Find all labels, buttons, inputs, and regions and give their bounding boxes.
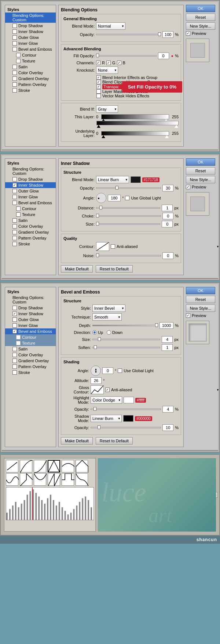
be-shadow-opacity-slider[interactable] xyxy=(91,425,161,430)
channel-r-cb[interactable] xyxy=(96,61,100,65)
sidebar3-item-1[interactable]: Drop Shadow xyxy=(5,305,56,311)
sidebar2-item-0[interactable]: Blending Options: Custom xyxy=(5,166,56,176)
panel2-new-style-button[interactable]: New Style... xyxy=(186,176,215,183)
sidebar1-cb-5[interactable] xyxy=(12,47,17,51)
be-soften-input[interactable] xyxy=(162,344,173,351)
be-technique-select[interactable]: Smooth ▼ xyxy=(92,313,122,321)
sidebar3-item-5[interactable]: Bevel and Emboss xyxy=(5,328,56,334)
sidebar3-item-4[interactable]: Inner Glow xyxy=(5,323,56,328)
sidebar3-item-11[interactable]: Pattern Overlay xyxy=(5,364,56,370)
adv-opt-1-cb[interactable] xyxy=(96,80,101,84)
be-altitude-input[interactable] xyxy=(91,377,102,384)
sidebar2-item-1[interactable]: Drop Shadow xyxy=(5,176,56,182)
is-size-input[interactable] xyxy=(162,221,173,227)
sidebar1-item-7[interactable]: Texture xyxy=(5,58,56,64)
sidebar2-item-10[interactable]: Gradient Overlay xyxy=(5,229,56,235)
is-size-handle[interactable] xyxy=(96,222,99,226)
be-shadow-color[interactable] xyxy=(123,415,133,422)
is-angle-input[interactable] xyxy=(108,195,121,201)
be-global-light-cb[interactable] xyxy=(118,368,122,373)
sidebar1-item-4[interactable]: Inner Glow xyxy=(5,40,56,46)
sidebar2-cb-2[interactable] xyxy=(12,183,17,187)
sidebar3-cb-10[interactable] xyxy=(12,359,17,363)
sidebar3-item-10[interactable]: Gradient Overlay xyxy=(5,358,56,364)
sidebar2-cb-6[interactable] xyxy=(16,206,21,211)
panel3-ok-button[interactable]: OK xyxy=(186,287,215,294)
is-size-slider[interactable] xyxy=(96,222,160,227)
panel1-ok-button[interactable]: OK xyxy=(186,5,215,12)
contour-cell-8[interactable] xyxy=(34,473,46,486)
is-noise-handle[interactable] xyxy=(96,253,99,257)
sidebar3-cb-6[interactable] xyxy=(16,335,21,339)
sidebar3-cb-5[interactable] xyxy=(12,329,17,334)
be-highlight-opacity-slider[interactable] xyxy=(91,407,161,412)
is-blend-mode-select[interactable]: Linear Burn ▼ xyxy=(96,176,129,183)
adv-opt-0-cb[interactable] xyxy=(96,75,101,80)
be-depth-handle[interactable] xyxy=(155,323,158,327)
sidebar1-cb-8[interactable] xyxy=(12,65,17,69)
be-soften-handle[interactable] xyxy=(94,345,97,349)
be-gloss-contour-thumb[interactable] xyxy=(91,385,104,394)
fill-opacity-handle[interactable] xyxy=(96,54,99,57)
sidebar2-item-8[interactable]: Satin xyxy=(5,217,56,223)
sidebar3-cb-12[interactable] xyxy=(12,370,17,375)
underlying-slider[interactable] xyxy=(101,131,169,136)
sidebar1-item-3[interactable]: Outer Glow xyxy=(5,35,56,40)
sidebar1-cb-2[interactable] xyxy=(12,29,17,34)
adv-opt-2-cb[interactable] xyxy=(96,84,101,89)
be-depth-input[interactable] xyxy=(160,322,173,329)
sidebar1-item-5[interactable]: Bevel and Emboss xyxy=(5,46,56,52)
is-anti-alias-cb[interactable] xyxy=(111,244,115,249)
sidebar1-item-6[interactable]: Contour xyxy=(5,52,56,58)
sidebar1-cb-4[interactable] xyxy=(12,41,17,46)
is-choke-input[interactable] xyxy=(162,213,173,219)
knockout-select[interactable]: None ▼ xyxy=(96,66,118,74)
sidebar1-item-10[interactable]: Gradient Overlay xyxy=(5,76,56,82)
sidebar3-item-7[interactable]: Texture xyxy=(5,340,56,346)
contour-cell-7[interactable] xyxy=(20,473,32,486)
sidebar3-cb-1[interactable] xyxy=(12,306,17,310)
sidebar2-item-11[interactable]: Pattern Overlay xyxy=(5,235,56,241)
panel2-preview-cb[interactable] xyxy=(186,185,190,189)
sidebar2-item-6[interactable]: Contour xyxy=(5,206,56,212)
adv-opt-4-cb[interactable] xyxy=(96,94,101,98)
is-noise-input[interactable] xyxy=(162,252,173,259)
panel3-reset-default[interactable]: Reset to Default xyxy=(96,437,133,445)
sidebar2-cb-9[interactable] xyxy=(12,224,17,229)
opacity-input[interactable] xyxy=(162,31,173,38)
sidebar1-cb-3[interactable] xyxy=(12,35,17,40)
sidebar1-item-2[interactable]: Inner Shadow xyxy=(5,29,56,35)
be-direction-down[interactable]: Down xyxy=(107,330,122,335)
contour-cell-2[interactable] xyxy=(34,460,46,472)
sidebar1-item-0[interactable]: Blending Options: Custom xyxy=(5,12,56,23)
sidebar2-cb-7[interactable] xyxy=(16,212,21,217)
sidebar2-cb-8[interactable] xyxy=(12,218,17,223)
sidebar1-cb-6[interactable] xyxy=(16,53,21,57)
contour-cell-1[interactable] xyxy=(20,460,32,472)
sidebar1-item-11[interactable]: Pattern Overlay xyxy=(5,82,56,87)
adv-opt-3-cb[interactable] xyxy=(96,89,101,94)
contour-cell-6[interactable] xyxy=(6,473,18,486)
contour-cell-4[interactable] xyxy=(62,460,74,472)
is-color-swatch[interactable] xyxy=(131,176,141,183)
sidebar2-cb-12[interactable] xyxy=(12,242,17,246)
sidebar2-item-12[interactable]: Stroke xyxy=(5,241,56,247)
panel3-preview-cb[interactable] xyxy=(186,313,190,318)
fill-opacity-input[interactable] xyxy=(158,53,169,59)
sidebar1-cb-11[interactable] xyxy=(12,82,17,87)
be-down-radio[interactable] xyxy=(107,330,111,335)
is-contour-thumb[interactable] xyxy=(96,242,109,251)
is-choke-handle[interactable] xyxy=(96,214,99,217)
be-so-handle[interactable] xyxy=(98,425,100,429)
sidebar1-cb-12[interactable] xyxy=(12,88,17,93)
be-size-input[interactable] xyxy=(162,336,173,343)
be-highlight-select[interactable]: Color Dodge ▼ xyxy=(91,396,122,404)
channel-g-cb[interactable] xyxy=(106,61,111,65)
opacity-slider[interactable] xyxy=(96,32,161,37)
sidebar2-cb-11[interactable] xyxy=(12,236,17,240)
panel1-preview-cb[interactable] xyxy=(186,31,190,36)
sidebar3-cb-8[interactable] xyxy=(12,347,17,351)
sidebar1-item-1[interactable]: Drop Shadow xyxy=(5,23,56,29)
sidebar3-cb-4[interactable] xyxy=(12,323,17,328)
sidebar3-item-2[interactable]: Inner Shadow xyxy=(5,311,56,317)
